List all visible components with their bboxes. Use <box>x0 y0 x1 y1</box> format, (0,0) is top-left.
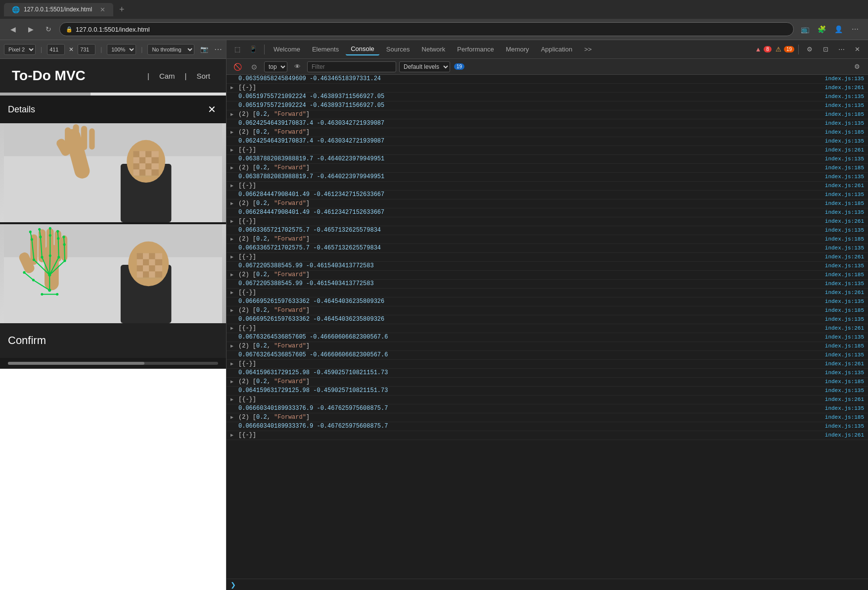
dock-btn[interactable]: ⊡ <box>819 43 832 56</box>
log-row[interactable]: ▶[{-}]index.js:261 <box>227 395 868 404</box>
log-file-ref[interactable]: index.js:261 <box>825 147 864 153</box>
log-file-ref[interactable]: index.js:185 <box>825 165 864 171</box>
device-toolbar-btn[interactable]: 📱 <box>246 43 260 56</box>
inspect-element-btn[interactable]: ⬚ <box>230 43 244 56</box>
tab-elements[interactable]: Elements <box>307 44 344 55</box>
log-file-ref[interactable]: index.js:135 <box>825 316 864 322</box>
menu-btn[interactable]: ⋯ <box>848 22 862 36</box>
forward-button[interactable]: ▶ <box>24 22 38 36</box>
throttling-selector[interactable]: No throttling <box>147 44 194 55</box>
log-row[interactable]: ▶[{-}]index.js:261 <box>227 324 868 333</box>
nav-cam-btn[interactable]: Cam <box>155 70 179 82</box>
tab-application[interactable]: Application <box>536 44 578 55</box>
log-file-ref[interactable]: index.js:185 <box>825 236 864 242</box>
log-file-ref[interactable]: index.js:185 <box>825 200 864 206</box>
viewport-more-btn[interactable]: ⋯ <box>214 45 222 54</box>
log-row[interactable]: ▶[{-}]index.js:261 <box>227 217 868 226</box>
new-tab-btn[interactable]: + <box>115 4 129 15</box>
tab-sources[interactable]: Sources <box>381 44 415 55</box>
log-file-ref[interactable]: index.js:185 <box>825 343 864 349</box>
log-file-ref[interactable]: index.js:185 <box>825 414 864 420</box>
log-row[interactable]: ▶(2) [0.2, "Forward"]index.js:185 <box>227 110 868 119</box>
settings-btn[interactable]: ⚙ <box>803 43 817 56</box>
log-file-ref[interactable]: index.js:185 <box>825 307 864 313</box>
log-file-ref[interactable]: index.js:135 <box>825 370 864 376</box>
extensions-btn[interactable]: 🧩 <box>815 22 828 36</box>
preserve-log-btn[interactable]: ⊙ <box>247 60 261 74</box>
log-row[interactable]: ▶(2) [0.2, "Forward"]index.js:185 <box>227 413 868 422</box>
log-file-ref[interactable]: index.js:135 <box>825 388 864 393</box>
console-input[interactable] <box>239 582 864 589</box>
nav-sort-btn[interactable]: Sort <box>192 70 214 82</box>
log-file-ref[interactable]: index.js:185 <box>825 272 864 278</box>
log-row[interactable]: ▶(2) [0.2, "Forward"]index.js:185 <box>227 128 868 137</box>
log-file-ref[interactable]: index.js:135 <box>825 192 864 197</box>
log-file-ref[interactable]: index.js:261 <box>825 325 864 331</box>
capture-screenshot-btn[interactable]: 📷 <box>198 43 210 56</box>
log-file-ref[interactable]: index.js:135 <box>825 405 864 411</box>
log-file-ref[interactable]: index.js:135 <box>825 263 864 269</box>
log-row[interactable]: ▶(2) [0.2, "Forward"]index.js:185 <box>227 271 868 280</box>
device-selector[interactable]: Pixel 2 <box>4 44 36 55</box>
log-file-ref[interactable]: index.js:261 <box>825 85 864 91</box>
log-file-ref[interactable]: index.js:135 <box>825 352 864 358</box>
log-row[interactable]: ▶(2) [0.2, "Forward"]index.js:185 <box>227 378 868 387</box>
log-file-ref[interactable]: index.js:135 <box>825 227 864 233</box>
log-file-ref[interactable]: index.js:135 <box>825 120 864 126</box>
cast-btn[interactable]: 📺 <box>798 22 812 36</box>
tab-welcome[interactable]: Welcome <box>269 44 305 55</box>
log-row[interactable]: ▶[{-}]index.js:261 <box>227 253 868 262</box>
log-file-ref[interactable]: index.js:135 <box>825 298 864 304</box>
log-file-ref[interactable]: index.js:135 <box>825 209 864 215</box>
log-row[interactable]: ▶[{-}]index.js:261 <box>227 431 868 440</box>
log-file-ref[interactable]: index.js:261 <box>825 183 864 189</box>
log-file-ref[interactable]: index.js:135 <box>825 94 864 99</box>
console-log-area[interactable]: 0.06359858245849609 -0.46346518397331.24… <box>227 75 868 579</box>
log-row[interactable]: ▶(2) [0.2, "Forward"]index.js:185 <box>227 199 868 208</box>
close-devtools-btn[interactable]: ✕ <box>850 43 864 56</box>
log-file-ref[interactable]: index.js:185 <box>825 379 864 385</box>
console-settings-btn[interactable]: ⚙ <box>850 60 864 74</box>
log-file-ref[interactable]: index.js:261 <box>825 361 864 367</box>
log-file-ref[interactable]: index.js:135 <box>825 156 864 162</box>
log-file-ref[interactable]: index.js:261 <box>825 432 864 438</box>
log-row[interactable]: ▶(2) [0.2, "Forward"]index.js:185 <box>227 235 868 244</box>
top-context-selector[interactable]: top <box>264 61 287 72</box>
profile-btn[interactable]: 👤 <box>831 22 845 36</box>
clear-console-btn[interactable]: 🚫 <box>230 60 244 74</box>
console-filter-input[interactable] <box>307 61 396 72</box>
details-close-btn[interactable]: ✕ <box>206 101 218 117</box>
eye-btn[interactable]: 👁 <box>290 60 304 74</box>
log-file-ref[interactable]: index.js:135 <box>825 423 864 429</box>
log-row[interactable]: ▶[{-}]index.js:261 <box>227 84 868 93</box>
tab-performance[interactable]: Performance <box>452 44 499 55</box>
address-bar[interactable]: 🔒 127.0.0.1:5501/index.html <box>59 22 794 36</box>
confirm-button[interactable]: Confirm <box>0 323 226 358</box>
viewport-height[interactable]: 731 <box>78 44 95 55</box>
log-file-ref[interactable]: index.js:135 <box>825 102 864 108</box>
log-file-ref[interactable]: index.js:135 <box>825 174 864 180</box>
log-row[interactable]: ▶(2) [0.2, "Forward"]index.js:185 <box>227 306 868 315</box>
log-row[interactable]: ▶[{-}]index.js:261 <box>227 182 868 191</box>
tab-network[interactable]: Network <box>417 44 451 55</box>
tab-close[interactable]: ✕ <box>100 6 105 13</box>
more-btn[interactable]: ⋯ <box>834 43 848 56</box>
log-file-ref[interactable]: index.js:135 <box>825 281 864 287</box>
zoom-selector[interactable]: 100% <box>107 44 136 55</box>
log-row[interactable]: ▶[{-}]index.js:261 <box>227 289 868 297</box>
back-button[interactable]: ◀ <box>6 22 20 36</box>
tab-memory[interactable]: Memory <box>501 44 534 55</box>
log-file-ref[interactable]: index.js:135 <box>825 76 864 82</box>
log-row[interactable]: ▶[{-}]index.js:261 <box>227 146 868 155</box>
log-file-ref[interactable]: index.js:135 <box>825 138 864 144</box>
log-file-ref[interactable]: index.js:185 <box>825 129 864 135</box>
tab-console[interactable]: Console <box>346 43 379 55</box>
log-row[interactable]: ▶(2) [0.2, "Forward"]index.js:185 <box>227 342 868 351</box>
log-file-ref[interactable]: index.js:185 <box>825 111 864 117</box>
log-file-ref[interactable]: index.js:135 <box>825 334 864 340</box>
log-file-ref[interactable]: index.js:261 <box>825 254 864 260</box>
console-levels-selector[interactable]: Default levels <box>399 61 450 72</box>
log-file-ref[interactable]: index.js:261 <box>825 290 864 295</box>
log-row[interactable]: ▶[{-}]index.js:261 <box>227 360 868 369</box>
log-file-ref[interactable]: index.js:261 <box>825 396 864 402</box>
